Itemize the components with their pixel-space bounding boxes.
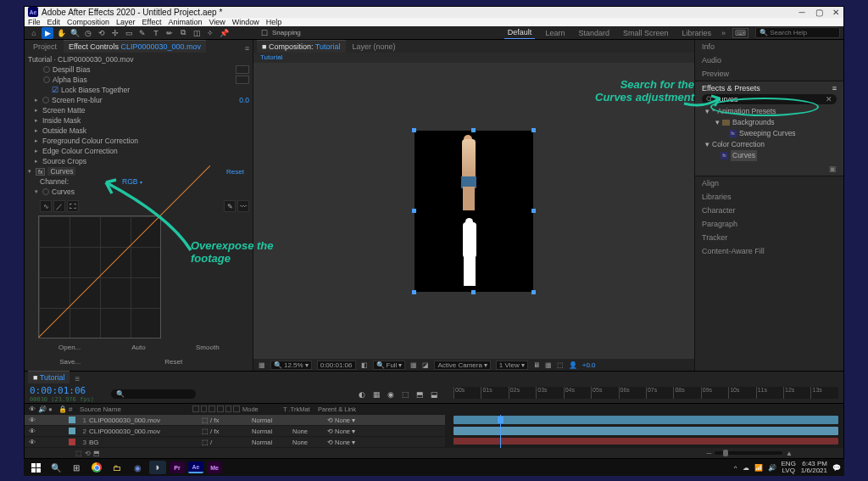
eraser-tool-icon[interactable]: ◫ <box>191 27 203 39</box>
layer-bar[interactable] <box>453 416 838 424</box>
prop-screen-matte[interactable]: Screen Matte <box>42 106 86 115</box>
tray-wifi-icon[interactable]: 📶 <box>754 464 763 472</box>
transform-handle[interactable] <box>412 128 416 132</box>
transform-handle[interactable] <box>531 209 536 213</box>
shape-tool-icon[interactable]: ▭ <box>123 27 135 39</box>
breadcrumb[interactable]: Tutorial <box>260 53 282 61</box>
mode-dropdown[interactable]: Normal <box>252 417 290 424</box>
chevron-right-icon[interactable]: ▸ <box>35 127 40 134</box>
media-encoder-icon[interactable]: Me <box>207 461 222 473</box>
visibility-toggle[interactable]: 👁 <box>28 417 36 424</box>
menu-layer[interactable]: Layer <box>116 18 136 26</box>
prop-source-crops[interactable]: Source Crops <box>42 157 86 165</box>
curve-bezier-icon[interactable]: ∿ <box>40 200 52 212</box>
comp-canvas[interactable] <box>415 131 533 292</box>
layer-row[interactable]: 👁 2 CLIP0000030_000.mov ⬚/fx Normal None… <box>25 426 445 437</box>
menu-file[interactable]: File <box>28 18 41 26</box>
label-color[interactable] <box>69 417 75 423</box>
tree-backgrounds[interactable]: ▾Backgrounds <box>705 117 837 128</box>
channel-dropdown[interactable]: RGB <box>122 177 137 186</box>
toggle-switches-icon[interactable]: ⬒ <box>93 450 100 457</box>
tray-cloud-icon[interactable]: ☁ <box>743 464 749 472</box>
curves-graph[interactable] <box>38 215 161 338</box>
timecode-display[interactable]: 0:00:01:06 <box>317 361 356 370</box>
timeline-tracks[interactable] <box>445 415 843 448</box>
curve-expand-icon[interactable]: ⛶ <box>67 200 79 212</box>
menu-animation[interactable]: Animation <box>168 18 202 26</box>
chevron-right-icon[interactable]: ▸ <box>35 107 40 114</box>
tl-tool-icon[interactable]: ◐ <box>356 389 368 400</box>
anchor-tool-icon[interactable]: ✢ <box>109 27 121 39</box>
transform-handle[interactable] <box>531 128 536 132</box>
maximize-button[interactable]: ▢ <box>815 8 823 16</box>
panel-menu-icon[interactable]: ≡ <box>832 84 837 92</box>
region-icon[interactable]: ◧ <box>361 361 368 369</box>
chevron-right-icon[interactable]: ▸ <box>35 117 40 124</box>
transparency-icon[interactable]: ▦ <box>410 361 417 369</box>
tray-clock[interactable]: 6:43 PM1/6/2021 <box>801 461 827 474</box>
layer-row[interactable]: 👁 3 BG ⬚/ Normal None ⟲ None ▾ <box>25 437 445 448</box>
chevron-right-icon[interactable]: ▸ <box>35 148 40 154</box>
layer-name[interactable]: CLIP0000030_000.mov <box>89 417 199 424</box>
tree-color-correction[interactable]: ▾Color Correction <box>705 139 837 150</box>
tray-volume-icon[interactable]: 🔊 <box>768 464 776 472</box>
transform-handle[interactable] <box>412 209 416 213</box>
zoom-in-icon[interactable]: ▲ <box>786 450 793 457</box>
panel-preview[interactable]: Preview <box>695 67 843 81</box>
exposure-value[interactable]: +0.0 <box>582 361 596 369</box>
clear-search-icon[interactable]: ✕ <box>826 95 832 103</box>
chevron-right-icon[interactable]: ▸ <box>35 158 40 165</box>
toolbar-kb-icon[interactable]: ⌨ <box>732 28 748 38</box>
curve-linear-icon[interactable]: ／ <box>53 200 65 212</box>
transform-handle[interactable] <box>531 290 536 294</box>
stopwatch-icon[interactable] <box>43 76 50 83</box>
menu-composition[interactable]: Composition <box>67 18 109 26</box>
timeline-ruler-area[interactable]: 00s 01s 02s 03s 04s 05s 06s 07s 08s 09s … <box>445 383 843 403</box>
tl-tool-icon[interactable]: ▦ <box>370 389 382 400</box>
tl-tool-icon[interactable]: ◉ <box>385 389 397 400</box>
label-color[interactable] <box>69 428 75 434</box>
menu-window[interactable]: Window <box>232 18 259 26</box>
layer-bar[interactable] <box>453 438 838 445</box>
minimize-button[interactable]: ─ <box>798 8 806 16</box>
transform-handle[interactable] <box>412 290 416 294</box>
transform-handle[interactable] <box>471 128 476 132</box>
viewer-icon[interactable]: 👤 <box>569 361 577 369</box>
menu-effect[interactable]: Effect <box>142 18 162 26</box>
chrome-icon[interactable] <box>88 461 105 474</box>
prop-outside-mask[interactable]: Outside Mask <box>42 126 86 135</box>
curves-auto-button[interactable]: Auto <box>105 342 171 353</box>
panel-audio[interactable]: Audio <box>695 53 843 67</box>
menu-edit[interactable]: Edit <box>47 18 61 26</box>
time-ruler[interactable]: 00s 01s 02s 03s 04s 05s 06s 07s 08s 09s … <box>453 387 838 399</box>
col-trkmat[interactable]: T .TrkMat <box>283 405 315 413</box>
trkmat-dropdown[interactable]: None <box>292 428 325 435</box>
toggle-switches-icon[interactable]: ⬚ <box>75 450 82 457</box>
viewer-icon[interactable]: 🖥 <box>533 361 540 369</box>
curves-save-button[interactable]: Save... <box>36 356 103 367</box>
layer-name[interactable]: CLIP0000030_000.mov <box>89 428 199 435</box>
curve-pencil-icon[interactable]: ✎ <box>224 200 236 212</box>
rotate-tool-icon[interactable]: ⟲ <box>96 27 108 39</box>
val-preblur[interactable]: 0.0 <box>239 96 249 104</box>
tl-tool-icon[interactable]: ⬒ <box>414 389 426 400</box>
tab-project[interactable]: Project <box>28 41 62 53</box>
curves-reset-button[interactable]: Reset <box>106 356 241 367</box>
tray-lang[interactable]: ENGLVQ <box>782 461 796 474</box>
premiere-icon[interactable]: Pr <box>170 461 185 473</box>
mode-dropdown[interactable]: Normal <box>252 439 290 446</box>
roto-tool-icon[interactable]: ✧ <box>204 27 216 39</box>
layer-bar[interactable] <box>453 427 838 435</box>
orbit-tool-icon[interactable]: ◷ <box>82 27 94 39</box>
transform-handle[interactable] <box>471 290 476 294</box>
clone-tool-icon[interactable]: ⧉ <box>177 27 189 39</box>
discord-icon[interactable]: ◉ <box>129 461 146 474</box>
parent-dropdown[interactable]: ⟲ None ▾ <box>327 417 370 424</box>
prop-edge-cc[interactable]: Edge Colour Correction <box>42 147 118 155</box>
chevron-down-icon[interactable]: ▾ <box>140 179 142 185</box>
layer-row[interactable]: 👁 1 CLIP0000030_000.mov ⬚/fx Normal ⟲ No… <box>25 415 445 426</box>
prop-lock-biases[interactable]: Lock Biases Together <box>61 86 130 94</box>
grid-icon[interactable]: ▦ <box>259 361 265 369</box>
mode-dropdown[interactable]: Normal <box>252 428 290 435</box>
snapping-checkbox[interactable]: ☐ <box>259 27 270 39</box>
